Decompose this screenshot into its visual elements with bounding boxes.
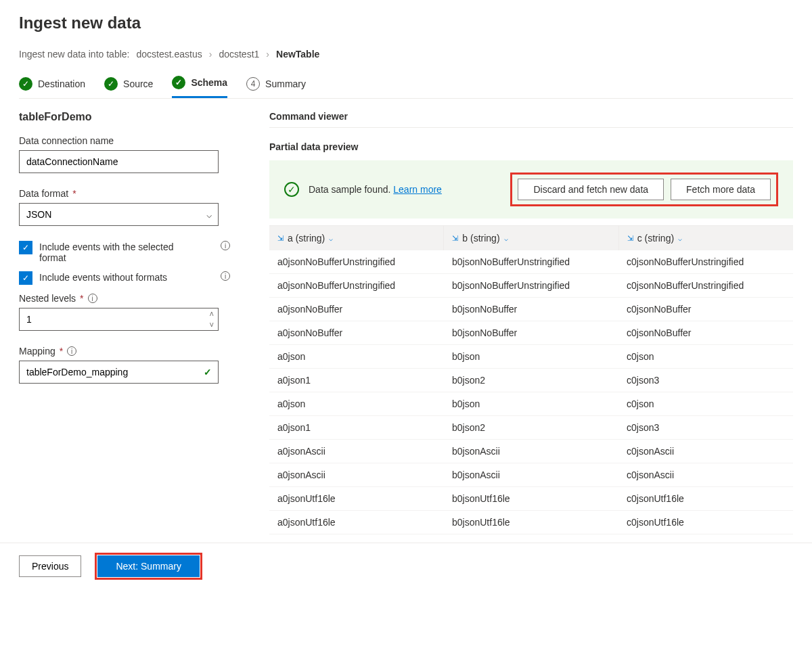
table-cell: b0jsonNoBufferUnstringified [444,274,618,297]
discard-fetch-button[interactable]: Discard and fetch new data [518,179,664,200]
column-header-b[interactable]: ⇲b (string)⌵ [444,226,618,250]
data-sample-banner: ✓ Data sample found. Learn more Discard … [269,160,793,219]
breadcrumb-item-database[interactable]: docstest1 [219,49,259,60]
check-icon: ✓ [19,77,32,91]
table-cell: c0jsonNoBufferUnstringified [618,250,793,273]
data-format-select[interactable] [19,203,219,226]
table-cell: c0jsonNoBuffer [618,298,793,321]
fetch-more-button[interactable]: Fetch more data [671,179,771,200]
column-header-label: b (string) [462,233,499,244]
table-row: a0jsonb0jsonc0json [269,345,793,369]
info-icon[interactable]: i [221,241,230,250]
highlighted-buttons: Discard and fetch new data Fetch more da… [510,173,778,206]
wizard-footer: Previous Next: Summary [0,543,812,589]
step-label: Source [123,78,153,89]
preview-table: ⇲a (string)⌵⇲b (string)⌵⇲c (string)⌵ a0j… [269,225,793,534]
schema-sidebar: tableForDemo Data connection name Data f… [19,111,242,534]
check-icon: ✓ [104,77,118,91]
table-row: a0jsonAsciib0jsonAsciic0jsonAscii [269,463,793,487]
table-cell: a0json1 [269,416,444,439]
nested-levels-decrement[interactable]: ᐯ [204,319,218,330]
banner-message: Data sample found. [309,184,390,195]
step-label: Destination [38,78,85,89]
step-schema[interactable]: ✓ Schema [172,76,227,98]
table-row: a0jsonb0jsonc0json [269,392,793,416]
breadcrumb-item-table: NewTable [276,49,319,60]
table-cell: a0jsonNoBuffer [269,321,444,344]
table-cell: a0jsonAscii [269,440,444,463]
column-header-c[interactable]: ⇲c (string)⌵ [619,226,793,250]
table-cell: b0jsonAscii [444,440,618,463]
table-cell: a0jsonUtf16le [269,487,444,510]
breadcrumb-prefix: Ingest new data into table: [19,49,129,60]
table-cell: a0jsonAscii [269,463,444,486]
valid-check-icon: ✓ [204,367,212,377]
main-content: Command viewer Partial data preview ✓ Da… [269,111,793,534]
connection-name-input[interactable] [19,150,219,173]
column-header-a[interactable]: ⇲a (string)⌵ [269,226,444,250]
include-without-formats-checkbox[interactable]: ✓ [19,271,32,285]
chevron-down-icon: ⌵ [329,235,333,242]
check-icon: ✓ [172,76,185,89]
nested-levels-increment[interactable]: ᐱ [204,308,218,319]
table-cell: c0jsonUtf16le [618,511,793,534]
column-type-icon: ⇲ [627,234,633,243]
required-indicator: * [72,188,76,199]
table-cell: b0jsonAscii [444,463,618,486]
info-icon[interactable]: i [88,294,97,303]
next-summary-button[interactable]: Next: Summary [97,555,199,577]
table-cell: c0json [618,392,793,415]
table-row: a0jsonNoBufferb0jsonNoBufferc0jsonNoBuff… [269,321,793,345]
table-cell: c0json [618,345,793,368]
table-row: a0jsonNoBufferUnstringifiedb0jsonNoBuffe… [269,250,793,274]
connection-name-label: Data connection name [19,135,242,146]
table-cell: b0json2 [444,369,618,392]
breadcrumb-item-cluster[interactable]: docstest.eastus [136,49,202,60]
previous-button[interactable]: Previous [19,555,81,577]
table-cell: a0jsonUtf16le [269,511,444,534]
learn-more-link[interactable]: Learn more [393,184,442,195]
table-row: a0jsonNoBufferb0jsonNoBufferc0jsonNoBuff… [269,298,793,321]
info-icon[interactable]: i [221,271,230,281]
step-label: Schema [191,77,227,88]
table-row: a0jsonNoBufferUnstringifiedb0jsonNoBuffe… [269,274,793,298]
info-icon[interactable]: i [67,346,76,356]
table-cell: b0jsonNoBuffer [444,298,618,321]
required-indicator: * [60,346,63,357]
step-summary[interactable]: 4 Summary [246,76,306,98]
step-destination[interactable]: ✓ Destination [19,76,85,98]
table-cell: a0jsonNoBuffer [269,298,444,321]
include-selected-format-checkbox[interactable]: ✓ [19,241,32,254]
wizard-stepper: ✓ Destination ✓ Source ✓ Schema 4 Summar… [19,76,793,99]
required-indicator: * [80,293,83,304]
table-cell: b0jsonUtf16le [444,511,618,534]
table-cell: a0json1 [269,369,444,392]
table-cell: a0jsonNoBufferUnstringified [269,250,444,273]
highlighted-next: Next: Summary [95,553,202,580]
mapping-input[interactable] [19,361,219,384]
nested-levels-input[interactable] [19,308,219,331]
command-viewer-title[interactable]: Command viewer [269,111,793,122]
table-cell: c0json3 [618,416,793,439]
column-type-icon: ⇲ [277,234,284,243]
preview-title: Partial data preview [269,141,793,152]
table-cell: b0jsonNoBuffer [444,321,618,344]
page-title: Ingest new data [19,14,793,32]
divider [269,127,793,128]
table-row: a0jsonUtf16leb0jsonUtf16lec0jsonUtf16le [269,487,793,511]
chevron-right-icon: › [209,49,212,60]
step-source[interactable]: ✓ Source [104,76,153,98]
table-cell: b0jsonNoBufferUnstringified [444,250,618,273]
table-name-title: tableForDemo [19,111,242,123]
chevron-right-icon: › [266,49,269,60]
nested-levels-label: Nested levels [19,293,76,304]
table-row: a0json1b0json2c0json3 [269,416,793,440]
table-cell: c0jsonNoBufferUnstringified [618,274,793,297]
table-cell: a0json [269,392,444,415]
chevron-down-icon: ⌵ [678,235,682,242]
success-icon: ✓ [284,182,299,197]
column-header-label: a (string) [288,233,325,244]
breadcrumb: Ingest new data into table: docstest.eas… [19,49,793,60]
table-cell: c0jsonNoBuffer [618,321,793,344]
table-cell: a0json [269,345,444,368]
